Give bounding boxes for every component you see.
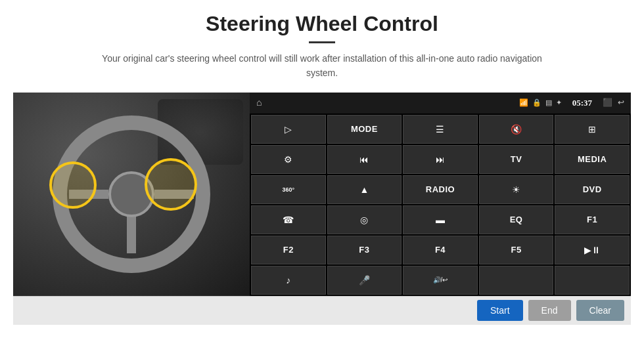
prev-icon: ⏮ — [359, 154, 369, 165]
list-button[interactable]: ☰ — [403, 115, 478, 144]
f1-button[interactable]: F1 — [555, 205, 630, 234]
page-subtitle: Your original car's steering wheel contr… — [99, 51, 545, 81]
speaker-icon: 🔊/↩ — [433, 276, 448, 284]
f2-button[interactable]: F2 — [251, 236, 326, 264]
camera360-button[interactable]: 360° — [251, 175, 326, 204]
apps-button[interactable]: ⊞ — [555, 115, 630, 144]
steering-wheel-image — [13, 93, 250, 296]
settings-icon: ⚙ — [284, 154, 292, 165]
list-icon: ☰ — [436, 124, 444, 135]
highlight-circle-right — [145, 158, 197, 211]
head-unit-panel: ⌂ 📶 🔒 ▤ ✦ 05:37 ⬛ ↩ ▷ MODE ☰ 🔇 ⊞ — [250, 93, 631, 296]
eq-button[interactable]: EQ — [479, 205, 554, 234]
highlight-circle-left — [49, 161, 97, 209]
f5-button[interactable]: F5 — [479, 236, 554, 264]
settings-button[interactable]: ⚙ — [251, 145, 326, 174]
eject-button[interactable]: ▲ — [327, 175, 402, 204]
start-button[interactable]: Start — [477, 300, 523, 321]
f3-button[interactable]: F3 — [327, 236, 402, 264]
empty-btn-1 — [479, 266, 554, 295]
empty-btn-2 — [555, 266, 630, 295]
tv-button[interactable]: TV — [479, 145, 554, 174]
media-button[interactable]: MEDIA — [555, 145, 630, 174]
music-icon: ♪ — [286, 275, 290, 285]
mode-button[interactable]: MODE — [327, 115, 402, 144]
prev-button[interactable]: ⏮ — [327, 145, 402, 174]
bluetooth-icon: ✦ — [556, 98, 562, 107]
navigate-icon: ▷ — [285, 124, 292, 135]
status-time: 05:37 — [572, 98, 592, 108]
eject-icon: ▲ — [359, 184, 369, 195]
title-divider — [309, 41, 335, 43]
phone-icon: ☎ — [283, 215, 294, 225]
camera360-icon: 360° — [282, 186, 294, 193]
brightness-button[interactable]: ☀ — [479, 175, 554, 204]
playpause-icon: ▶⏸ — [584, 245, 601, 255]
next-icon: ⏭ — [436, 154, 445, 165]
sd-icon: ▤ — [545, 98, 552, 107]
content-row: ⌂ 📶 🔒 ▤ ✦ 05:37 ⬛ ↩ ▷ MODE ☰ 🔇 ⊞ — [13, 93, 631, 296]
button-grid: ▷ MODE ☰ 🔇 ⊞ ⚙ ⏮ ⏭ TV MEDIA 360° ▲ RADIO… — [250, 114, 631, 296]
speaker-button[interactable]: 🔊/↩ — [403, 266, 478, 295]
apps-icon: ⊞ — [588, 124, 596, 135]
navi-button[interactable]: ◎ — [327, 205, 402, 234]
home-icon: ⌂ — [256, 98, 262, 108]
mic-icon: 🎤 — [359, 275, 370, 285]
end-button[interactable]: End — [528, 300, 571, 321]
dvd-button[interactable]: DVD — [555, 175, 630, 204]
mute-button[interactable]: 🔇 — [479, 115, 554, 144]
status-icons: 📶 🔒 ▤ ✦ — [519, 98, 562, 107]
page-wrapper: Steering Wheel Control Your original car… — [0, 0, 644, 357]
playpause-button[interactable]: ▶⏸ — [555, 236, 630, 264]
spoke-bottom — [127, 214, 136, 253]
screen-button[interactable]: ▬ — [403, 205, 478, 234]
mute-icon: 🔇 — [511, 124, 522, 135]
navi-icon: ◎ — [360, 215, 368, 225]
wifi-icon: 📶 — [519, 98, 528, 107]
f4-button[interactable]: F4 — [403, 236, 478, 264]
radio-button[interactable]: RADIO — [403, 175, 478, 204]
lock-icon: 🔒 — [532, 98, 541, 107]
cast-icon: ⬛ — [603, 98, 612, 108]
brightness-icon: ☀ — [512, 184, 520, 195]
clear-button[interactable]: Clear — [576, 300, 624, 321]
back-icon: ↩ — [618, 98, 624, 108]
bottom-bar: Start End Clear — [13, 296, 631, 325]
page-title: Steering Wheel Control — [206, 12, 438, 36]
phone-button[interactable]: ☎ — [251, 205, 326, 234]
status-bar: ⌂ 📶 🔒 ▤ ✦ 05:37 ⬛ ↩ — [250, 93, 631, 114]
screen-icon: ▬ — [436, 215, 445, 225]
mic-button[interactable]: 🎤 — [327, 266, 402, 295]
next-button[interactable]: ⏭ — [403, 145, 478, 174]
music-button[interactable]: ♪ — [251, 266, 326, 295]
navigate-button[interactable]: ▷ — [251, 115, 326, 144]
